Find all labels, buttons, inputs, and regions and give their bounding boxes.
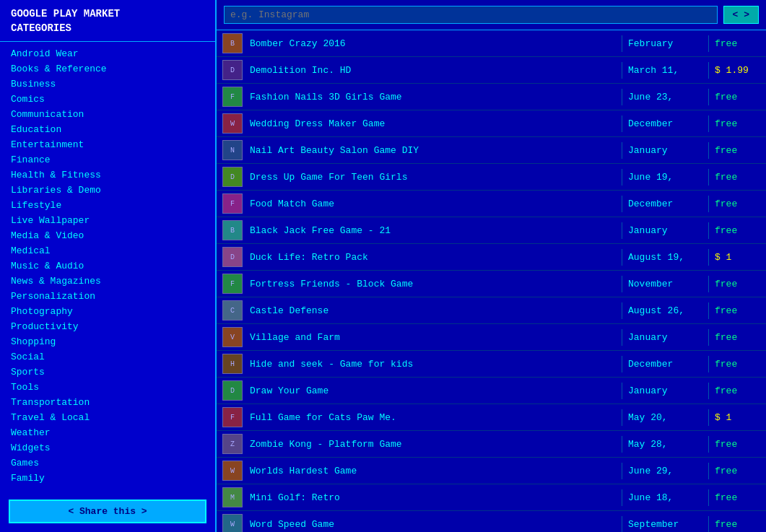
app-name: Castle Defense	[245, 302, 622, 319]
app-icon: H	[219, 352, 245, 375]
sidebar-item-lifestyle[interactable]: Lifestyle	[0, 198, 215, 213]
sidebar-item-sports[interactable]: Sports	[0, 365, 215, 380]
app-date: May 28,	[622, 436, 708, 453]
app-price: free	[708, 383, 766, 399]
app-price: $ 1	[708, 249, 766, 266]
sidebar-item-libraries---demo[interactable]: Libraries & Demo	[0, 183, 215, 198]
app-name: Zombie Kong - Platform Game	[245, 436, 622, 453]
nav-buttons[interactable]: < >	[723, 6, 759, 24]
sidebar-item-music---audio[interactable]: Music & Audio	[0, 258, 215, 274]
sidebar-item-games[interactable]: Games	[0, 455, 215, 471]
app-icon: F	[219, 192, 245, 215]
app-icon: V	[219, 326, 245, 349]
sidebar-title: GOOGLE PLAY MARKET CATEGORIES	[0, 0, 215, 42]
sidebar-item-shopping[interactable]: Shopping	[0, 334, 215, 349]
sidebar-item-photography[interactable]: Photography	[0, 304, 215, 319]
app-row[interactable]: DDuck Life: Retro PackAugust 19,$ 1	[217, 244, 766, 271]
app-icon: D	[219, 379, 245, 402]
app-name: Fortress Friends - Block Game	[245, 276, 622, 292]
sidebar-item-travel---local[interactable]: Travel & Local	[0, 410, 215, 425]
app-price: free	[708, 142, 766, 159]
app-price: free	[708, 463, 766, 479]
app-row[interactable]: DDemolition Inc. HDMarch 11,$ 1.99	[217, 57, 766, 84]
sidebar-item-social[interactable]: Social	[0, 349, 215, 365]
app-price: $ 1	[708, 409, 766, 426]
app-name: Dress Up Game For Teen Girls	[245, 169, 622, 186]
app-icon: B	[219, 32, 245, 55]
app-date: June 18,	[622, 489, 708, 506]
sidebar-item-comics[interactable]: Comics	[0, 92, 215, 107]
sidebar-item-news---magazines[interactable]: News & Magazines	[0, 274, 215, 289]
app-price: free	[708, 489, 766, 506]
sidebar-item-android-wear[interactable]: Android Wear	[0, 46, 215, 61]
app-price: free	[708, 436, 766, 453]
app-icon: D	[219, 245, 245, 269]
app-row[interactable]: WWedding Dress Maker GameDecemberfree	[217, 110, 766, 137]
app-name: Fashion Nails 3D Girls Game	[245, 89, 622, 105]
app-date: December	[622, 196, 708, 212]
app-price: free	[708, 222, 766, 239]
app-row[interactable]: DDress Up Game For Teen GirlsJune 19,fre…	[217, 164, 766, 191]
app-row[interactable]: FFull Game for Cats Paw Me.May 20,$ 1	[217, 404, 766, 431]
app-price: free	[708, 356, 766, 372]
sidebar-title-text: GOOGLE PLAY MARKET CATEGORIES	[11, 8, 120, 34]
app-row[interactable]: VVillage and FarmJanuaryfree	[217, 324, 766, 351]
share-button[interactable]: < Share this >	[9, 500, 206, 523]
app-date: November	[622, 276, 708, 292]
app-name: Wedding Dress Maker Game	[245, 115, 622, 132]
sidebar-item-productivity[interactable]: Productivity	[0, 319, 215, 334]
app-date: December	[622, 115, 708, 132]
app-price: free	[708, 302, 766, 319]
sidebar-item-weather[interactable]: Weather	[0, 425, 215, 440]
app-row[interactable]: FFood Match GameDecemberfree	[217, 191, 766, 217]
sidebar-item-entertainment[interactable]: Entertainment	[0, 137, 215, 152]
app-row[interactable]: MMini Golf: RetroJune 18,free	[217, 484, 766, 511]
app-date: January	[622, 222, 708, 239]
sidebar-item-family[interactable]: Family	[0, 471, 215, 486]
sidebar-item-medical[interactable]: Medical	[0, 243, 215, 258]
app-date: May 20,	[622, 409, 708, 426]
sidebar-item-health---fitness[interactable]: Health & Fitness	[0, 167, 215, 183]
app-row[interactable]: BBomber Crazy 2016Februaryfree	[217, 30, 766, 57]
sidebar-item-communication[interactable]: Communication	[0, 107, 215, 122]
app-name: Worlds Hardest Game	[245, 463, 622, 479]
app-row[interactable]: WWorlds Hardest GameJune 29,free	[217, 458, 766, 484]
sidebar-item-live-wallpaper[interactable]: Live Wallpaper	[0, 213, 215, 228]
app-name: Mini Golf: Retro	[245, 489, 622, 506]
sidebar-item-business[interactable]: Business	[0, 77, 215, 92]
app-row[interactable]: CCastle DefenseAugust 26,free	[217, 297, 766, 324]
app-date: January	[622, 383, 708, 399]
app-row[interactable]: FFortress Friends - Block GameNovemberfr…	[217, 271, 766, 297]
app-row[interactable]: FFashion Nails 3D Girls GameJune 23,free	[217, 84, 766, 110]
app-price: free	[708, 516, 766, 533]
app-row[interactable]: DDraw Your GameJanuaryfree	[217, 378, 766, 404]
app-name: Duck Life: Retro Pack	[245, 249, 622, 266]
sidebar-item-books---reference[interactable]: Books & Reference	[0, 61, 215, 77]
sidebar-item-widgets[interactable]: Widgets	[0, 440, 215, 455]
app-row[interactable]: BBlack Jack Free Game - 21Januaryfree	[217, 217, 766, 244]
app-date: June 23,	[622, 89, 708, 105]
app-name: Hide and seek - Game for kids	[245, 356, 622, 372]
sidebar-item-education[interactable]: Education	[0, 122, 215, 137]
sidebar-item-finance[interactable]: Finance	[0, 152, 215, 167]
search-input[interactable]	[224, 6, 718, 24]
sidebar-item-tools[interactable]: Tools	[0, 380, 215, 395]
sidebar-item-media---video[interactable]: Media & Video	[0, 228, 215, 243]
sidebar-item-transportation[interactable]: Transportation	[0, 395, 215, 410]
app-row[interactable]: ZZombie Kong - Platform GameMay 28,free	[217, 431, 766, 458]
app-row[interactable]: WWord Speed GameSeptemberfree	[217, 511, 766, 532]
app-icon: F	[219, 272, 245, 295]
app-icon: D	[219, 165, 245, 188]
sidebar-item-personalization[interactable]: Personalization	[0, 289, 215, 304]
app-row[interactable]: HHide and seek - Game for kidsDecemberfr…	[217, 351, 766, 378]
app-price: free	[708, 169, 766, 186]
app-list: BBomber Crazy 2016FebruaryfreeDDemolitio…	[217, 30, 766, 532]
app-icon: W	[219, 459, 245, 482]
app-name: Word Speed Game	[245, 516, 622, 533]
app-icon: Z	[219, 432, 245, 455]
app-price: free	[708, 89, 766, 105]
app-date: August 26,	[622, 302, 708, 319]
app-price: free	[708, 115, 766, 132]
app-name: Demolition Inc. HD	[245, 62, 622, 79]
app-row[interactable]: NNail Art Beauty Salon Game DIYJanuaryfr…	[217, 137, 766, 164]
